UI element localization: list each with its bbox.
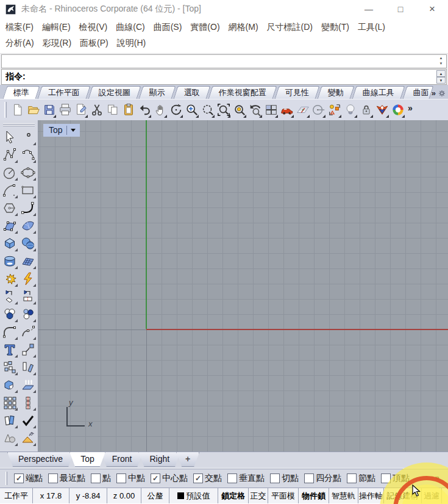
osnap-item-10[interactable]: 節點 [347,473,375,484]
group-tool-button[interactable] [2,412,18,428]
solid-union-tool-button[interactable] [2,377,18,393]
solid-primitives-tool-button[interactable] [2,430,18,446]
page-edit-button[interactable] [73,102,88,118]
osnap-checkbox-5[interactable]: ✓ [151,473,160,483]
toolbar-tab-3[interactable]: 設定視圖 [88,86,141,99]
toolbar-tab-7[interactable]: 可見性 [275,86,320,99]
close-button[interactable]: × [416,0,448,18]
osnap-item-7[interactable]: 垂直點 [227,473,265,484]
move-tool-button[interactable] [20,342,36,358]
menu-item-b2[interactable]: 彩現(R) [38,35,76,51]
statusbar-cell-3[interactable]: y -8.84 [69,488,107,503]
statusbar-cell-8[interactable]: 正交 [249,488,268,503]
osnap-checkbox-7[interactable] [227,473,237,483]
spinner-up-icon[interactable]: ▲ [436,70,446,77]
print-button[interactable] [57,102,73,118]
toolbar-tab-10[interactable]: 曲面 [403,86,434,99]
sphere-tool-button[interactable] [20,236,36,251]
blend-curve-tool-button[interactable] [20,324,36,340]
command-history[interactable]: ▲▼ [1,54,447,68]
shear-tool-button[interactable] [20,359,36,375]
viewport-title-dropdown[interactable]: Top [43,124,80,137]
minimize-button[interactable]: — [353,0,385,18]
gear-icon[interactable] [438,89,446,98]
osnap-checkbox-3[interactable] [91,473,101,483]
explode-tool-button[interactable] [20,271,36,287]
statusbar-cell-12[interactable]: 操作軸 [358,488,384,503]
tab-overflow-chevron[interactable]: » [432,88,436,98]
menu-item-1[interactable]: 檔案(F) [1,20,38,35]
statusbar-cell-9[interactable]: 平面模 [268,488,299,503]
viewport-tab-right[interactable]: Right [138,452,180,467]
auto-cplane-car-button[interactable] [279,102,294,118]
osnap-item-8[interactable]: 切點 [270,473,299,484]
polygon-tool-button[interactable] [2,200,18,216]
statusbar-cell-2[interactable]: x 17.8 [33,488,69,503]
cut-button[interactable] [89,102,104,118]
curve-through-points-tool-button[interactable] [20,147,36,163]
surface-plane-tool-button[interactable] [2,218,18,234]
open-file-button[interactable] [26,102,41,118]
sidebar-grip[interactable] [3,123,35,124]
undo-button[interactable] [137,102,152,118]
new-viewport-tab-button[interactable]: + [176,452,199,467]
toolbar-grip[interactable] [4,102,7,118]
osnap-checkbox-4[interactable] [116,473,126,483]
join-tool-button[interactable] [2,271,18,287]
corner-curve-tool-button[interactable] [20,200,36,216]
spinner-down-icon[interactable]: ▼ [436,77,446,84]
box-tool-button[interactable] [2,236,18,251]
circle-center-button[interactable] [311,102,326,118]
check-tool-button[interactable] [20,412,36,428]
osnap-item-3[interactable]: 點 [91,473,111,484]
osnap-item-2[interactable]: 最近點 [48,473,85,484]
menu-item-6[interactable]: 實體(O) [186,20,224,35]
osnap-item-1[interactable]: ✓端點 [14,473,43,484]
viewport-tab-front[interactable]: Front [101,452,143,467]
copy-objects-tool-button[interactable] [2,359,18,375]
statusbar-cell-10[interactable]: 物件鎖 [299,488,329,503]
fillet-curve-tool-button[interactable] [2,324,18,340]
surface-patch-tool-button[interactable] [20,218,36,234]
toolbar-tab-1[interactable]: 標準 [3,86,40,99]
array-linear-tool-button[interactable] [20,395,36,411]
osnap-item-11[interactable]: 頂點 [381,473,410,484]
lock-button[interactable] [358,102,374,118]
selection-filter-button[interactable] [327,102,342,118]
undo-view-button[interactable] [247,102,263,118]
cylinder-tool-button[interactable] [2,253,18,269]
scroll-down-icon[interactable]: ▼ [439,61,443,67]
zoom-extents-button[interactable] [216,102,231,118]
color-wheel-button[interactable] [390,102,405,118]
history-scroll-arrows[interactable]: ▲▼ [437,56,445,67]
control-point-curve-tool-button[interactable] [2,147,18,163]
sidebar-grip-2[interactable] [3,125,35,126]
zoom-selected-button[interactable] [232,102,247,118]
boolean-union-tool-button[interactable] [2,306,18,322]
copy-button[interactable] [105,102,120,118]
cplane-grid-button[interactable] [295,102,310,118]
pan-view-button[interactable] [152,102,168,118]
menu-item-b3[interactable]: 面板(P) [76,35,113,51]
osnap-item-6[interactable]: ✓交點 [193,473,222,484]
statusbar-cell-11[interactable]: 智慧軌 [329,488,358,503]
new-document-button[interactable] [10,102,25,118]
scroll-up-icon[interactable]: ▲ [439,56,443,61]
toolbar-tab-5[interactable]: 選取 [174,86,211,99]
select-tool-button[interactable] [2,129,18,145]
array-rect-tool-button[interactable] [2,395,18,411]
surface-network-tool-button[interactable] [20,253,36,269]
zoom-dynamic-button[interactable] [200,102,215,118]
split-tool-button[interactable] [20,289,36,304]
osnap-checkbox-2[interactable] [48,473,58,483]
shield-button[interactable] [374,102,389,118]
osnap-checkbox-6[interactable]: ✓ [193,473,203,483]
paste-button[interactable] [121,102,136,118]
menu-item-3[interactable]: 檢視(V) [75,20,112,35]
rotate-view-button[interactable] [168,102,183,118]
command-input[interactable] [26,70,446,84]
trim-tool-button[interactable] [2,289,18,304]
layer-bulb-button[interactable] [343,102,358,118]
osnap-checkbox-11[interactable] [381,473,391,483]
ellipse-tool-button[interactable] [20,165,36,181]
